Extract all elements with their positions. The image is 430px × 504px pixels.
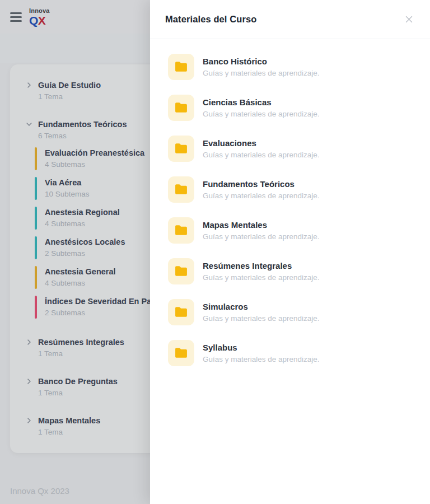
- material-title: Resúmenes Integrales: [203, 260, 320, 271]
- folder-icon: [168, 217, 194, 244]
- material-item[interactable]: Simulacros Guías y materiales de aprendi…: [168, 299, 414, 325]
- material-subtitle: Guías y materiales de aprendizaje.: [203, 355, 320, 363]
- material-subtitle: Guías y materiales de aprendizaje.: [203, 192, 320, 200]
- material-title: Evaluaciones: [203, 138, 320, 148]
- folder-icon: [168, 299, 194, 325]
- material-subtitle: Guías y materiales de aprendizaje.: [203, 110, 320, 118]
- material-title: Fundamentos Teóricos: [203, 179, 320, 189]
- material-item[interactable]: Resúmenes Integrales Guías y materiales …: [168, 258, 414, 284]
- drawer-title: Materiales del Curso: [165, 14, 256, 25]
- material-subtitle: Guías y materiales de aprendizaje.: [203, 273, 320, 282]
- folder-icon: [168, 136, 194, 162]
- drawer-header: Materiales del Curso: [150, 0, 430, 39]
- close-icon[interactable]: [402, 13, 415, 26]
- material-subtitle: Guías y materiales de aprendizaje.: [203, 151, 320, 159]
- material-title: Mapas Mentales: [203, 220, 320, 230]
- material-subtitle: Guías y materiales de aprendizaje.: [203, 314, 320, 323]
- folder-icon: [168, 340, 194, 366]
- folder-icon: [168, 54, 194, 80]
- material-title: Banco Histórico: [203, 56, 320, 67]
- material-title: Syllabus: [203, 342, 320, 353]
- material-item[interactable]: Mapas Mentales Guías y materiales de apr…: [168, 217, 414, 244]
- folder-icon: [168, 95, 194, 121]
- folder-icon: [168, 258, 194, 284]
- material-item[interactable]: Banco Histórico Guías y materiales de ap…: [168, 54, 414, 80]
- material-item[interactable]: Ciencias Básicas Guías y materiales de a…: [168, 95, 414, 121]
- course-materials-drawer: Materiales del Curso Banco Histórico Guí…: [150, 0, 430, 504]
- materials-list: Banco Histórico Guías y materiales de ap…: [150, 39, 430, 366]
- material-item[interactable]: Syllabus Guías y materiales de aprendiza…: [168, 340, 414, 366]
- material-title: Simulacros: [203, 301, 320, 312]
- material-item[interactable]: Fundamentos Teóricos Guías y materiales …: [168, 176, 414, 203]
- app-root: Innova QX Guía De Estudio 1 Tema: [0, 0, 430, 504]
- folder-icon: [168, 176, 194, 203]
- material-subtitle: Guías y materiales de aprendizaje.: [203, 69, 320, 77]
- material-title: Ciencias Básicas: [203, 97, 320, 108]
- material-subtitle: Guías y materiales de aprendizaje.: [203, 232, 320, 241]
- material-item[interactable]: Evaluaciones Guías y materiales de apren…: [168, 136, 414, 162]
